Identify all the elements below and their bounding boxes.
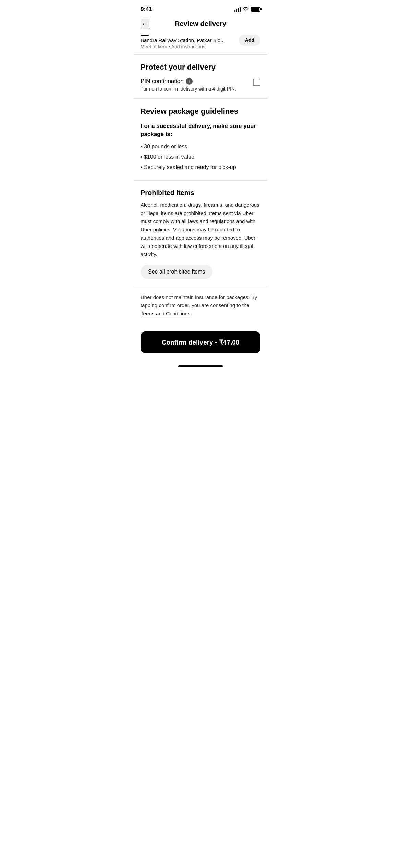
protect-section: Protect your delivery PIN confirmation i… [134,55,267,99]
add-instructions-button[interactable]: Add [239,35,260,46]
pin-info: PIN confirmation i Turn on to confirm de… [141,78,247,92]
page-title: Review delivery [175,20,226,28]
pin-description: Turn on to confirm delivery with a 4-dig… [141,86,247,92]
status-icons [234,7,260,12]
wifi-icon [243,7,249,12]
location-sub: Meet at kerb • Add instructions [141,44,239,49]
guidelines-section: Review package guidelines For a successf… [134,99,267,181]
prohibited-section: Prohibited items Alcohol, medication, dr… [134,181,267,286]
guidelines-items: • 30 pounds or less • $100 or less in va… [141,143,260,171]
confirm-button-container: Confirm delivery • ₹47.00 [134,328,267,363]
terms-link[interactable]: Terms and Conditions [141,311,190,316]
protect-title: Protect your delivery [141,63,260,72]
page-header: ← Review delivery [134,16,267,32]
signal-icon [234,7,241,12]
terms-section: Uber does not maintain insurance for pac… [134,286,267,328]
guideline-item-1: • 30 pounds or less [141,143,260,151]
pin-label: PIN confirmation i [141,78,247,85]
guideline-item-2: • $100 or less in value [141,153,260,161]
terms-post-text: . [190,311,192,316]
guidelines-title: Review package guidelines [141,107,260,116]
back-button[interactable]: ← [141,19,149,29]
guidelines-subtitle: For a successful delivery, make sure you… [141,122,260,138]
home-indicator [134,363,267,371]
guideline-item-3: • Securely sealed and ready for pick-up [141,163,260,171]
location-name: Bandra Railway Station, Patkar Blo... [141,37,239,43]
prohibited-text: Alcohol, medication, drugs, firearms, an… [141,201,260,258]
pin-info-icon[interactable]: i [186,78,193,85]
pin-checkbox[interactable] [253,79,260,86]
home-bar [178,365,223,367]
confirm-delivery-button[interactable]: Confirm delivery • ₹47.00 [141,331,260,353]
battery-icon [251,7,260,12]
terms-pre-text: Uber does not maintain insurance for pac… [141,294,257,308]
see-all-prohibited-button[interactable]: See all prohibited items [141,265,212,279]
location-icon [141,35,149,36]
pin-row: PIN confirmation i Turn on to confirm de… [141,78,260,92]
location-info: Bandra Railway Station, Patkar Blo... Me… [141,35,239,49]
status-time: 9:41 [141,6,152,13]
status-bar: 9:41 [134,0,267,16]
prohibited-title: Prohibited items [141,189,260,197]
delivery-location-row: Bandra Railway Station, Patkar Blo... Me… [134,32,267,55]
